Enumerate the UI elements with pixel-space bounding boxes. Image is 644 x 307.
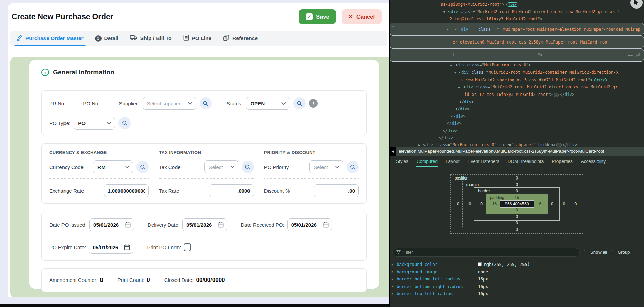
counters-subcard: Amendment Counter: 0 Print Count: 0 Clos…	[41, 268, 367, 292]
tree-expander-icon[interactable]: ▼	[443, 8, 448, 16]
tree-expander-icon[interactable]: ▼	[454, 69, 459, 76]
discount-input[interactable]	[314, 184, 359, 197]
padding-left: 16	[489, 202, 500, 206]
position-right: 0	[571, 202, 580, 206]
computed-property-row[interactable]: ▶border-top-left-radius16px	[390, 290, 644, 297]
po-priority-search-button[interactable]	[347, 161, 359, 173]
tax-code-select[interactable]: Select	[204, 160, 238, 173]
chevron-down-icon	[125, 166, 129, 168]
delivery-date-field[interactable]: 05/01/2026	[182, 218, 227, 231]
po-expire-date-value: 05/01/2026	[93, 244, 118, 250]
group-checkbox[interactable]: Group	[611, 250, 630, 255]
elements-tree-row[interactable]: ▶<div class="MuiBox-root css-0" role="ta…	[390, 141, 644, 147]
box-model-content: 866.400×560	[500, 200, 534, 208]
pr-no-label: PR No:	[49, 101, 66, 106]
tab-purchase-order-master[interactable]: Purchase Order Master	[16, 31, 84, 46]
save-check-icon: ✓	[306, 13, 313, 20]
show-all-label: Show all	[590, 250, 607, 255]
currency-search-button[interactable]	[136, 161, 149, 173]
date-received-po-label: Date Received PO:	[241, 222, 284, 228]
date-po-issued-label: Date PO Issued:	[49, 222, 87, 228]
elements-tree-row[interactable]: </div>	[390, 106, 644, 113]
filter-input[interactable]: Filter	[392, 248, 580, 257]
elements-tree-row[interactable]: id-xs-12 css-16fnxy3-MuiGrid2-root">…</d…	[390, 91, 644, 99]
tree-expander-icon[interactable]: ▶	[418, 142, 423, 147]
tab-reference[interactable]: Reference	[223, 31, 258, 46]
devtools-tab-properties[interactable]: Properties	[548, 156, 577, 167]
elements-tree-row[interactable]: </div>	[390, 127, 644, 134]
elements-tree-row[interactable]: </div>	[390, 120, 644, 127]
tab-panel-background: i General Information PR No: - PO No: - …	[10, 57, 389, 297]
elements-tree-row[interactable]: 2 imgGird1 css-16fnxy3-MuiGrid2-root">	[390, 16, 644, 23]
po-no-value: -	[103, 101, 105, 106]
warning-icon[interactable]: !	[309, 99, 318, 108]
computed-property-row[interactable]: ▶background-colorrgb(255, 255, 255)	[390, 261, 644, 268]
elements-tree-row[interactable]: </div>	[390, 99, 644, 106]
elements-tree-row[interactable]: s-row MuiGrid2-spacing-xs-3 css-dkd71f-M…	[390, 76, 644, 84]
elements-tree-row[interactable]: er-elevation0 MuiCard-root css-2s58ym-Mu…	[390, 36, 644, 49]
elements-tree-row[interactable]: </div>	[390, 113, 644, 120]
elements-tree-row[interactable]: t"> == $0	[390, 49, 644, 62]
po-expire-date-field[interactable]: 05/01/2026	[89, 241, 133, 254]
devtools-tab-computed[interactable]: Computed	[412, 156, 442, 167]
search-icon	[122, 120, 128, 126]
info-icon: i	[95, 35, 102, 42]
tax-code-search-button[interactable]	[242, 161, 254, 173]
tab-detail[interactable]: i Detail	[95, 31, 118, 46]
elements-tree-row[interactable]: </div>	[390, 134, 644, 141]
tree-expander-icon[interactable]: ▼	[450, 62, 455, 69]
print-count-label: Print Count:	[117, 277, 144, 283]
computed-property-row[interactable]: ▶border-bottom-right-radius16px	[390, 283, 644, 290]
elements-tree-row[interactable]: ▼<div class="MuiBox-root css-0">	[390, 62, 644, 69]
section-heading: i General Information	[41, 69, 367, 76]
supplier-placeholder: Select supplier	[147, 101, 180, 106]
devtools-tab-event-listeners[interactable]: Event Listeners	[464, 156, 503, 167]
currency-section-header: CURRENCY & EXCHANGE	[49, 150, 149, 155]
tree-expander-icon[interactable]: ▼	[446, 26, 451, 33]
po-priority-select[interactable]: Select	[309, 160, 343, 173]
cancel-button[interactable]: ✕ Cancel	[342, 9, 382, 24]
form-header: Create New Purchase Order ✓ Save ✕ Cance…	[8, 3, 389, 29]
dotted-divider	[159, 178, 254, 179]
truck-icon	[130, 35, 137, 42]
supplier-select[interactable]: Select supplier	[143, 97, 196, 110]
show-all-checkbox[interactable]: Show all	[584, 250, 607, 255]
margin-top: 0	[516, 182, 518, 187]
devtools-tab-layout[interactable]: Layout	[442, 156, 464, 167]
po-type-search-button[interactable]	[118, 117, 131, 129]
elements-tree-row[interactable]: ▼<div class="MuiGrid2-root MuiGrid2-cont…	[390, 69, 644, 76]
computed-property-row[interactable]: ▶background-imagenone	[390, 268, 644, 276]
exchange-rate-input[interactable]	[104, 184, 149, 197]
calendar-icon	[323, 222, 329, 228]
supplier-search-button[interactable]	[200, 97, 212, 109]
devtools-tab-styles[interactable]: Styles	[392, 156, 412, 167]
elements-tree-row[interactable]: ss-1pi8xg4-MuiGrid2-root">flex	[390, 1, 644, 8]
elements-tree-row[interactable]: ⋯▼<div class="MuiPaper-root MuiPaper-ele…	[390, 23, 644, 36]
border-right: 0	[548, 202, 556, 206]
po-no-label: PO No:	[83, 101, 99, 106]
elements-tree-row[interactable]: ▼<div class="MuiGrid2-root MuiGrid2-dire…	[390, 8, 644, 16]
devtools-tab-accessibility[interactable]: Accessibility	[577, 156, 610, 167]
tab-po-line[interactable]: PO Line	[183, 31, 212, 46]
date-po-issued-field[interactable]: 05/01/2026	[89, 218, 134, 231]
status-search-button[interactable]	[293, 97, 306, 109]
save-button[interactable]: ✓ Save	[299, 9, 336, 24]
print-po-form-checkbox[interactable]	[184, 243, 191, 251]
breadcrumb-back-icon[interactable]: ◀	[390, 147, 396, 156]
currency-code-label: Currency Code	[49, 164, 90, 170]
currency-code-select[interactable]: RM	[93, 160, 133, 173]
calendar-icon	[125, 222, 131, 228]
elements-tree-row[interactable]: ▶<div class="MuiGrid2-root MuiGrid2-dire…	[390, 84, 644, 91]
devtools-tab-dom-breakpoints[interactable]: DOM Breakpoints	[503, 156, 548, 167]
identification-subcard: PR No: - PO No: - Supplier: Select suppl…	[41, 90, 367, 136]
date-received-po-field[interactable]: 05/01/2026	[287, 218, 332, 231]
color-swatch[interactable]	[478, 262, 482, 266]
computed-property-row[interactable]: ▶border-bottom-left-radius16px	[390, 275, 644, 283]
breadcrumb-bar[interactable]: ◀ elevation.MuiPaper-rounded.MuiPaper-el…	[390, 147, 644, 156]
tree-expander-icon[interactable]: ▶	[458, 84, 463, 91]
tab-ship-bill-to[interactable]: Ship / Bill To	[130, 31, 172, 46]
status-select[interactable]: OPEN	[246, 97, 290, 110]
box-model-position-label: position	[454, 175, 469, 181]
po-type-select[interactable]: PO	[74, 117, 115, 130]
tax-rate-input[interactable]	[209, 184, 254, 197]
